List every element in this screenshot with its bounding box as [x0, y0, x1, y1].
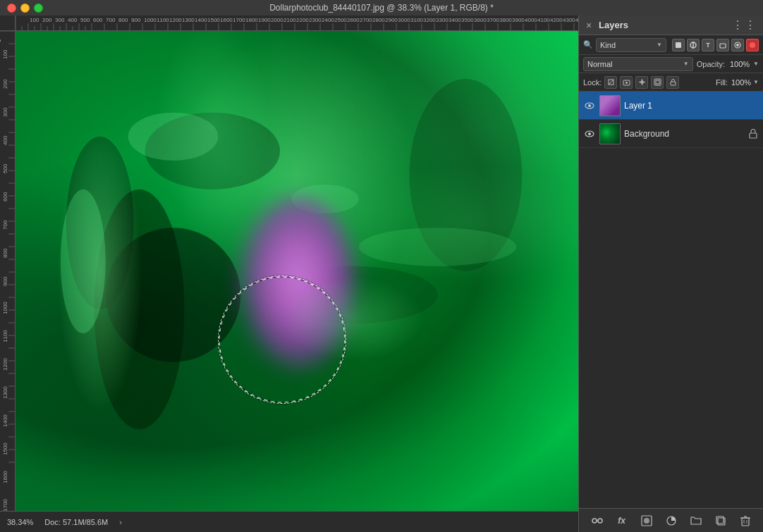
canvas-area[interactable]: /* generated below */ 100 200 300 400 50… [0, 16, 578, 532]
lock-all-button[interactable] [666, 76, 679, 89]
fill-group: Fill: 100% ▼ [716, 78, 759, 87]
svg-text:800: 800 [118, 17, 128, 23]
svg-text:1000: 1000 [2, 302, 8, 314]
lock-artboard-button[interactable] [651, 76, 664, 89]
svg-text:1400: 1400 [195, 17, 207, 23]
type-filter-icon[interactable]: T [702, 39, 714, 51]
svg-text:3400: 3400 [448, 17, 461, 23]
zoom-level: 38.34% [7, 518, 33, 526]
fill-adjustment-button[interactable] [662, 512, 680, 530]
delete-layer-button[interactable] [736, 512, 755, 530]
kind-filter-dropdown[interactable]: Kind ▼ [596, 38, 666, 52]
blend-mode-dropdown[interactable]: Normal ▼ [583, 57, 693, 71]
fill-value[interactable]: 100% [730, 78, 751, 87]
svg-text:100: 100 [30, 17, 39, 23]
purple-blob-svg [224, 185, 379, 403]
svg-point-156 [128, 113, 219, 161]
fill-icon [665, 514, 678, 527]
layer-item-layer1[interactable]: Layer 1 [579, 92, 763, 120]
svg-text:3000: 3000 [398, 17, 410, 23]
blend-mode-arrow: ▼ [683, 61, 689, 67]
layers-panel: × Layers ⋮⋮ 🔍 Kind ▼ [578, 16, 763, 532]
svg-text:2200: 2200 [296, 17, 309, 23]
svg-text:1300: 1300 [182, 17, 195, 23]
layer-mask-button[interactable] [637, 512, 656, 530]
fx-label: fx [618, 516, 625, 526]
svg-point-159 [106, 228, 241, 362]
svg-text:700: 700 [106, 17, 116, 23]
new-layer-icon [714, 514, 727, 527]
svg-text:900: 900 [131, 17, 141, 23]
title-bar: Dollarphotoclub_84440107.jpg @ 38.3% (La… [0, 0, 763, 16]
adjustment-filter-icon[interactable] [687, 39, 700, 51]
maximize-button[interactable] [34, 4, 43, 13]
close-button[interactable] [7, 4, 16, 13]
fill-label: Fill: [716, 78, 728, 87]
lock-image-icon [623, 78, 630, 86]
lock-position-button[interactable] [635, 76, 648, 89]
image-canvas[interactable] [16, 31, 578, 511]
opacity-value[interactable]: 100% [728, 60, 750, 68]
svg-text:400: 400 [68, 17, 78, 23]
panel-close-button[interactable]: × [585, 21, 593, 30]
svg-text:800: 800 [2, 248, 8, 258]
kind-dropdown-arrow: ▼ [657, 42, 662, 48]
svg-text:2700: 2700 [360, 17, 372, 23]
background-thumb-svg [600, 124, 621, 144]
svg-text:1000: 1000 [144, 17, 157, 23]
svg-text:3600: 3600 [474, 17, 487, 23]
opacity-dropdown-arrow[interactable]: ▼ [753, 61, 759, 67]
svg-text:3700: 3700 [487, 17, 499, 23]
svg-text:600: 600 [2, 192, 8, 202]
pixel-filter-icon[interactable] [672, 39, 685, 51]
smart-filter-icon[interactable] [731, 39, 744, 51]
fill-dropdown-arrow[interactable]: ▼ [753, 79, 759, 85]
layer-effects-button[interactable]: fx [613, 512, 631, 530]
svg-rect-194 [742, 518, 749, 526]
svg-point-151 [145, 113, 281, 190]
eye-icon [584, 128, 595, 140]
effects-filter-icon[interactable] [746, 39, 759, 51]
new-group-button[interactable] [687, 512, 705, 530]
svg-point-162 [219, 277, 345, 402]
svg-text:1300: 1300 [2, 386, 8, 399]
selection-circle [218, 276, 346, 404]
svg-text:500: 500 [2, 163, 8, 173]
selection-circle-svg [218, 276, 346, 404]
minimize-button[interactable] [20, 4, 30, 13]
svg-text:1100: 1100 [157, 17, 169, 23]
svg-point-168 [736, 44, 739, 47]
svg-text:4000: 4000 [525, 17, 537, 23]
panel-header: × Layers ⋮⋮ [579, 16, 763, 35]
link-layers-button[interactable] [588, 512, 606, 530]
layer1-visibility-toggle[interactable] [583, 99, 596, 112]
ruler-top-svg: /* generated below */ 100 200 300 400 50… [16, 16, 578, 30]
svg-text:100: 100 [2, 49, 8, 59]
background-visibility-toggle[interactable] [583, 128, 596, 140]
shape-icon-svg [719, 41, 727, 49]
lock-image-button[interactable] [620, 76, 633, 89]
panel-menu-icon[interactable]: ⋮⋮ [732, 18, 757, 32]
svg-text:3300: 3300 [436, 17, 448, 23]
status-arrow[interactable]: › [119, 518, 122, 526]
background-layer-name: Background [624, 129, 744, 139]
svg-text:300: 300 [2, 107, 8, 117]
folder-icon [690, 514, 702, 527]
svg-text:1700: 1700 [233, 17, 245, 23]
layer1-thumbnail [599, 95, 621, 116]
purple-blob [224, 185, 379, 403]
ruler-left-svg: 1 100 200 300 400 500 600 700 800 900 1 [0, 31, 16, 511]
svg-text:1600: 1600 [220, 17, 233, 23]
panel-title: Layers [596, 20, 732, 30]
svg-rect-179 [671, 82, 676, 85]
layer-item-background[interactable]: Background [579, 120, 763, 148]
lock-transparent-button[interactable] [604, 76, 617, 89]
svg-text:1800: 1800 [245, 17, 258, 23]
trash-icon [739, 514, 752, 527]
svg-text:2800: 2800 [372, 17, 385, 23]
blend-row: Normal ▼ Opacity: 100% ▼ [579, 55, 763, 73]
shape-filter-icon[interactable] [716, 39, 729, 51]
svg-text:1700: 1700 [2, 499, 8, 511]
status-bar: 38.34% Doc: 57.1M/85.6M › [0, 511, 578, 532]
new-layer-button[interactable] [712, 512, 730, 530]
